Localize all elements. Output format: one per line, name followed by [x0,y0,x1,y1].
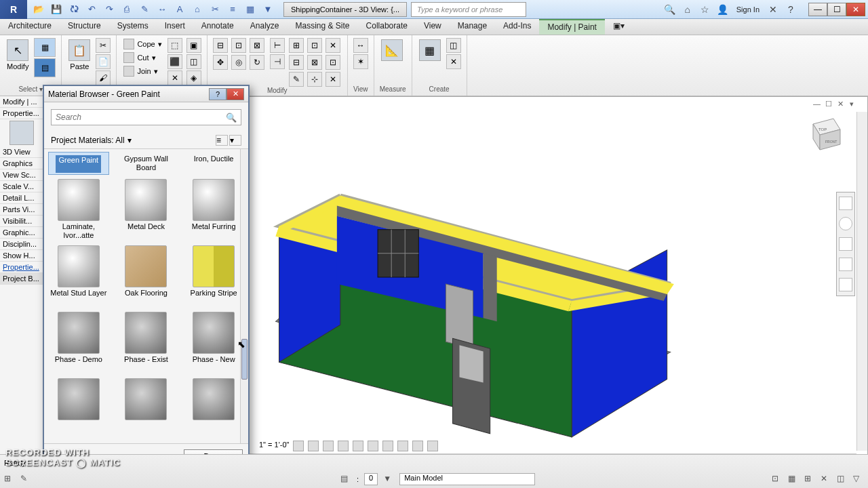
tab-systems[interactable]: Systems [109,19,157,35]
tab-finish[interactable]: ▣▾ [605,19,633,35]
create-button[interactable]: ▦ [418,38,442,62]
help-icon[interactable]: ? [784,3,797,16]
prop-row[interactable]: Disciplin... [0,239,43,250]
material-item[interactable]: Gypsum Wall Board [116,152,177,175]
dialog-help-button[interactable]: ? [209,88,226,100]
mirror-button[interactable]: ⊠ [250,38,264,53]
vp-minimize-icon[interactable]: — [813,100,823,109]
vcb-style[interactable] [308,441,319,451]
st6-icon[interactable]: ▽ [853,474,864,485]
measure-button[interactable]: 📐 [380,38,404,62]
vcb-shadows[interactable] [338,441,349,451]
vcb-crop-region[interactable] [382,441,393,451]
array-button[interactable]: ⊞ [289,38,304,53]
mod7-button[interactable]: ✎ [289,72,304,87]
nav-home-button[interactable] [839,197,852,210]
scrollbar-thumb[interactable] [241,339,248,380]
main-model-dropdown[interactable]: Main Model [399,473,535,485]
close-button[interactable]: ✕ [846,3,865,16]
vp-menu-icon[interactable]: ▾ [850,100,859,109]
group-button[interactable]: ⊡ [326,55,340,70]
search-icon[interactable]: 🔍 [226,113,237,123]
pin-button[interactable]: ✕ [326,38,340,53]
section-icon[interactable]: ✂ [209,3,221,16]
trim-button[interactable]: ⊢ [270,38,285,53]
join-button[interactable]: Join ▾ [122,65,163,77]
vcb-detail[interactable] [293,441,304,451]
tab-massing-site[interactable]: Massing & Site [288,19,358,35]
prop-row[interactable]: Show H... [0,250,43,262]
infocenter-icon[interactable]: 🔍 [663,3,677,16]
vcb-crop[interactable] [368,441,378,451]
material-item[interactable]: Parking Stripe [183,244,244,308]
copy-clipboard-button[interactable]: 📄 [96,54,111,69]
sync-icon[interactable]: 🗘 [68,3,80,16]
material-item[interactable]: Metal Stud Layer [48,244,109,308]
st5-icon[interactable]: ◫ [837,474,848,485]
editable-icon[interactable]: ✎ [20,474,31,485]
nav-wheel-button[interactable] [839,217,852,230]
signin-button[interactable]: Sign In [734,5,762,14]
material-item[interactable]: Phase - Demo [48,310,109,374]
selection-icon[interactable]: ▤ [340,474,351,485]
material-filter-dropdown[interactable]: Project Materials: All ▾ [51,136,132,145]
vcb-temp-hide[interactable] [412,441,423,451]
geom2-button[interactable]: ⬛ [167,54,182,69]
exchange-icon[interactable]: ✕ [766,3,780,16]
st2-icon[interactable]: ▦ [788,474,799,485]
cut-clipboard-button[interactable]: ✂ [96,38,111,53]
maximize-button[interactable]: ☐ [827,3,846,16]
user-icon[interactable]: 👤 [716,3,730,16]
redo-icon[interactable]: ↷ [103,3,115,16]
tab-structure[interactable]: Structure [60,19,109,35]
view1-button[interactable]: ↔ [353,38,368,53]
thinlines-icon[interactable]: ≡ [226,3,239,16]
material-item[interactable] [48,377,109,441]
material-item[interactable]: Phase - Exist [116,310,177,374]
view2-button[interactable]: ✶ [353,54,368,69]
properties-button[interactable]: ▤ [34,58,56,77]
matchtype-button[interactable]: 🖌 [96,70,111,85]
geom5-button[interactable]: ◫ [186,54,201,69]
view-options-button[interactable]: ▾ [229,135,241,146]
material-item[interactable]: Laminate, Ivor...atte [48,178,109,241]
st4-icon[interactable]: ✕ [821,474,831,485]
prop-row[interactable]: Detail L... [0,192,43,204]
material-search-input[interactable] [56,113,226,122]
rotate-button[interactable]: ↻ [250,55,264,70]
view-cube[interactable]: TOP FRONT [800,110,847,158]
material-item[interactable]: Metal Furring [183,178,244,241]
help-search[interactable]: Type a keyword or phrase [411,2,526,17]
cope-button[interactable]: Cope ▾ [122,38,163,50]
prop-row[interactable]: Scale V... [0,181,43,192]
nav-zoom-button[interactable] [839,258,852,271]
tab-annotate[interactable]: Annotate [193,19,242,35]
material-search[interactable]: 🔍 [51,109,241,125]
split-button[interactable]: ⊣ [270,54,285,69]
prop-row[interactable]: Modify | ... [0,96,43,108]
dialog-close-button[interactable]: ✕ [226,88,244,100]
switch-window-icon[interactable]: ▼ [262,3,274,16]
scale-button[interactable]: ⊡ [307,38,322,53]
vcb-lock[interactable] [397,441,408,451]
align-button[interactable]: ⊟ [213,38,228,53]
material-scrollbar[interactable] [240,149,248,443]
minimize-button[interactable]: — [808,3,827,16]
delete-button[interactable]: ⊠ [307,55,322,70]
type-properties-button[interactable]: ▦ [34,38,56,57]
save-icon[interactable]: 💾 [50,3,62,16]
dialog-titlebar[interactable]: Material Browser - Green Paint ? ✕ [44,86,248,102]
material-item[interactable] [183,377,244,441]
prop-row[interactable]: View Sc... [0,169,43,181]
tab-view[interactable]: View [416,19,450,35]
properties-help-link[interactable]: Propertie... [0,262,43,273]
material-item[interactable] [116,377,177,441]
mod8-button[interactable]: ⊹ [307,72,322,87]
nav-orbit-button[interactable] [839,278,852,291]
tab-modify-paint[interactable]: Modify | Paint [539,19,604,35]
undo-icon[interactable]: ↶ [85,3,98,16]
material-item[interactable]: Iron, Ductile [183,152,244,175]
type-selector-icon[interactable] [9,121,34,145]
vcb-sun[interactable] [323,441,334,451]
3d-icon[interactable]: ⌂ [191,3,203,16]
